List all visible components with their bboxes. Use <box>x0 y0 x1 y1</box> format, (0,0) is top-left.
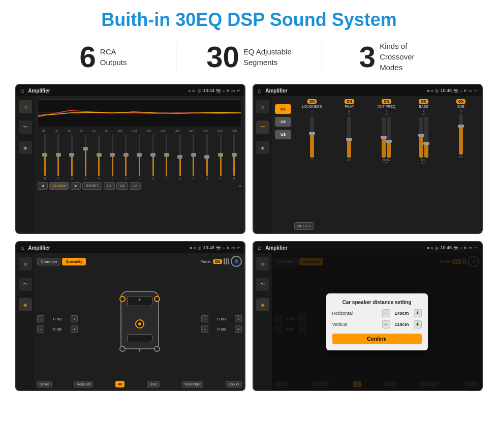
time-4: 10:46 <box>440 245 452 250</box>
back-icon-2[interactable]: ↩ <box>474 88 478 93</box>
close-icon-3: ✕ <box>226 246 230 250</box>
eq-slider-14[interactable]: 0 <box>228 134 240 180</box>
home-icon-1[interactable]: ⌂ <box>20 87 24 94</box>
stat-crossover-text: Kinds of Crossover Modes <box>380 41 430 73</box>
wave-side-icon-4[interactable]: 〜 <box>256 278 269 291</box>
vol-plus-fl[interactable]: + <box>71 315 78 322</box>
eq-slider-12[interactable]: -1 <box>201 134 213 180</box>
eq-prev-btn[interactable]: ◄ <box>38 182 48 190</box>
vol-minus-fr[interactable]: − <box>201 315 208 322</box>
speaker-side-icon-3[interactable]: ◈ <box>19 298 32 311</box>
horizontal-plus-btn[interactable]: + <box>414 309 422 317</box>
vol-minus-rl[interactable]: − <box>37 325 44 333</box>
vertical-value: 110cm <box>392 322 412 327</box>
eq-side-icon-2[interactable]: ≋ <box>256 100 269 113</box>
location-icon-1: ◎ <box>198 88 201 93</box>
wave-side-icon-2[interactable]: 〜 <box>256 121 269 134</box>
btn-all[interactable]: All <box>115 381 124 387</box>
speaker-side-icon[interactable]: ◈ <box>19 141 32 154</box>
eq-slider-11[interactable]: 0 <box>188 134 200 180</box>
vol-plus-fr[interactable]: + <box>235 315 242 322</box>
tab-specialty-3[interactable]: Specialty <box>62 258 85 265</box>
preset-u3[interactable]: U3 <box>275 130 291 139</box>
play-dots-2: ■ ● <box>427 88 433 93</box>
eq-slider-2[interactable]: 0 <box>66 134 78 180</box>
back-icon-1[interactable]: ↩ <box>237 88 240 93</box>
eq-u3-btn[interactable]: U3 <box>130 182 141 190</box>
horizontal-minus-btn[interactable]: − <box>382 309 390 317</box>
eq-reset-btn[interactable]: RESET <box>82 182 102 190</box>
home-icon-3[interactable]: ⌂ <box>20 244 24 251</box>
confirm-button[interactable]: Confirm <box>332 334 422 344</box>
home-icon-4[interactable]: ⌂ <box>258 244 261 251</box>
cutfreq-slider-g[interactable] <box>387 117 391 158</box>
eq-slider-7[interactable]: 0 <box>133 134 146 180</box>
window-icon-1: ▭ <box>231 88 235 93</box>
phat-on[interactable]: ON <box>345 99 354 104</box>
dialog-horizontal-row: Horizontal − 140cm + <box>332 309 422 317</box>
eq-slider-0[interactable]: 0 <box>39 134 51 180</box>
wave-side-icon[interactable]: 〜 <box>19 121 32 134</box>
btn-copilot[interactable]: Copilot <box>226 381 242 387</box>
fader-on-btn[interactable]: ON <box>213 259 223 264</box>
screen4-title: Amplifier <box>265 245 425 251</box>
eq-slider-6[interactable]: 0 <box>120 134 133 180</box>
preset-u1[interactable]: U1 <box>275 104 291 114</box>
eq-slider-3[interactable]: 5 <box>79 134 92 180</box>
vertical-minus-btn[interactable]: − <box>382 320 390 328</box>
home-icon-2[interactable]: ⌂ <box>258 87 261 94</box>
location-icon-2: ◎ <box>435 88 439 93</box>
ch-phat: ON PHAT <box>331 99 367 108</box>
crossover-reset-btn[interactable]: RESET <box>294 222 314 230</box>
btn-driver[interactable]: Driver <box>37 381 52 387</box>
eq-side-icon-4[interactable]: ≋ <box>256 257 269 271</box>
eq-u1-btn[interactable]: U1 <box>104 182 115 190</box>
vol-val-fl: 0 dB <box>45 317 70 321</box>
eq-slider-13[interactable]: 0 <box>214 134 227 180</box>
sub-on[interactable]: ON <box>456 99 466 104</box>
vol-minus-rr[interactable]: − <box>201 325 208 333</box>
eq-custom-btn[interactable]: Custom <box>49 182 70 190</box>
speaker-side-icon-2[interactable]: ◈ <box>256 141 269 154</box>
tab-common-3[interactable]: Common <box>37 258 60 265</box>
vol-row-rl: − 0 dB + <box>37 325 78 333</box>
screen1-main: 2532405063 80100125160200 25032040050063… <box>35 96 244 233</box>
horizontal-value: 140cm <box>392 311 412 316</box>
preset-u2[interactable]: U2 <box>275 117 291 127</box>
loudness-on[interactable]: ON <box>307 99 317 104</box>
eq-next-btn[interactable]: ► <box>71 182 81 190</box>
eq-slider-8[interactable]: 0 <box>147 134 160 180</box>
back-icon-4[interactable]: ↩ <box>474 246 478 250</box>
loudness-slider[interactable] <box>310 117 314 158</box>
back-icon-3[interactable]: ↩ <box>237 246 240 250</box>
vol-plus-rl[interactable]: + <box>71 325 78 333</box>
wave-side-icon-3[interactable]: 〜 <box>19 278 32 291</box>
bass-slider-g[interactable] <box>424 117 428 158</box>
eq-slider-10[interactable]: -1 <box>174 134 186 180</box>
btn-rearright[interactable]: RearRight <box>182 381 203 387</box>
eq-slider-9[interactable]: 0 <box>160 134 173 180</box>
phat-slider[interactable] <box>347 117 351 158</box>
vol-minus-fl[interactable]: − <box>37 315 44 322</box>
cutfreq-slider-f[interactable] <box>382 117 386 158</box>
vol-plus-rr[interactable]: + <box>235 325 242 333</box>
btn-rearleft[interactable]: RearLeft <box>74 381 93 387</box>
bass-slider-f[interactable] <box>419 117 423 158</box>
sub-slider[interactable] <box>459 114 463 155</box>
vertical-input-group: − 110cm + <box>382 320 422 328</box>
time-3: 10:46 <box>203 245 214 250</box>
fader-knob-icon[interactable]: 👤 <box>231 256 242 267</box>
eq-side-icon-3[interactable]: ≋ <box>19 257 32 271</box>
vertical-plus-btn[interactable]: + <box>414 320 422 328</box>
eq-slider-4[interactable]: 0 <box>92 134 105 180</box>
bass-on[interactable]: ON <box>419 99 428 104</box>
eq-slider-5[interactable]: 0 <box>106 134 119 180</box>
eq-slider-1[interactable]: 0 <box>52 134 65 180</box>
speaker-side-icon-4[interactable]: ◈ <box>256 298 269 311</box>
speaker-fl <box>119 296 126 302</box>
cutfreq-on[interactable]: ON <box>382 99 391 104</box>
car-diagram: ▲ ▼ <box>117 291 163 357</box>
eq-side-icon[interactable]: ≋ <box>19 100 32 113</box>
eq-u2-btn[interactable]: U2 <box>116 182 128 190</box>
btn-user[interactable]: User <box>147 381 160 387</box>
